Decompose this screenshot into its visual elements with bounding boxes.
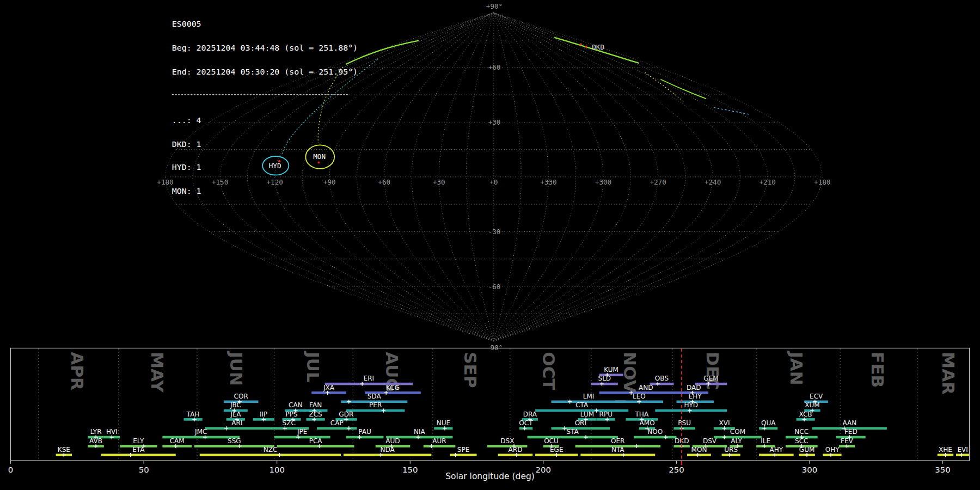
shower-label-hyd: HYD bbox=[684, 401, 698, 409]
shower-bar-noo bbox=[634, 436, 676, 439]
shower-label-xum: XUM bbox=[805, 401, 819, 409]
shower-label-ohy: OHY bbox=[825, 446, 840, 454]
shower-label-cta: CTA bbox=[575, 401, 589, 409]
shower-label-nue: NUE bbox=[437, 419, 450, 427]
meteor-station-plot: +180+150+120+90+60+30+0+330+300+270+240+… bbox=[0, 0, 980, 490]
shower-label-xvi: XVI bbox=[719, 419, 730, 427]
shower-bar-pca bbox=[277, 445, 354, 448]
shower-label-aud: AUD bbox=[385, 437, 400, 445]
dec-tick-label: -60 bbox=[488, 283, 501, 291]
shower-label-dsx: DSX bbox=[500, 437, 514, 445]
shower-label-nta: NTA bbox=[611, 446, 624, 454]
shower-label-ssg: SSG bbox=[228, 437, 241, 445]
shower-label-cor: COR bbox=[234, 393, 249, 400]
shower-label-lum: LUM bbox=[580, 411, 594, 418]
shower-label-qua: QUA bbox=[761, 419, 776, 427]
meteor-trail bbox=[660, 79, 706, 99]
shower-bars: KUMERISLDOBSGEMJXAKCGANDDADCORSDALMILEOE… bbox=[56, 366, 970, 457]
shower-label-urs: URS bbox=[724, 446, 738, 454]
count-unassociated: ...: 4 bbox=[172, 117, 358, 124]
shower-label-oct: OCT bbox=[519, 419, 533, 427]
radiant-label-dkd: DKD bbox=[592, 43, 604, 51]
shower-label-com: COM bbox=[730, 428, 745, 436]
ra-tick-label: +60 bbox=[378, 178, 390, 186]
shower-bar-aur bbox=[424, 445, 456, 448]
shower-label-tah: TAH bbox=[186, 411, 200, 418]
shower-label-gem: GEM bbox=[703, 375, 718, 382]
month-label: SEP bbox=[461, 352, 480, 388]
ra-tick-label: +210 bbox=[759, 178, 776, 186]
ra-tick-label: +270 bbox=[650, 178, 666, 186]
ra-tick-label: +240 bbox=[705, 178, 721, 186]
shower-label-oer: OER bbox=[611, 437, 625, 445]
month-label: JUL bbox=[303, 351, 323, 382]
shower-label-szc: SZC bbox=[283, 419, 296, 427]
shower-label-ege: EGE bbox=[550, 446, 564, 454]
shower-label-noo: NOO bbox=[647, 428, 663, 436]
shower-label-aur: AUR bbox=[432, 437, 446, 445]
shower-bar-nta bbox=[580, 454, 655, 456]
shower-label-sda: SDA bbox=[367, 393, 382, 400]
shower-label-kse: KSE bbox=[58, 446, 70, 454]
plot-canvas: +180+150+120+90+60+30+0+330+300+270+240+… bbox=[0, 0, 980, 490]
shower-label-ori: ORI bbox=[575, 419, 586, 427]
dec-tick-label: +90° bbox=[486, 2, 503, 10]
shower-label-tha: THA bbox=[635, 411, 649, 418]
activity-timeline: APRMAYJUNJULAUGSEPOCTNOVDECJANFEBMARKUME… bbox=[8, 348, 970, 474]
ra-tick-label: +300 bbox=[595, 178, 611, 186]
x-axis-title: Solar longitude (deg) bbox=[0, 471, 980, 481]
shower-label-lyr: LYR bbox=[90, 428, 102, 436]
shower-label-kum: KUM bbox=[604, 366, 618, 373]
shower-label-avb: AVB bbox=[89, 437, 102, 445]
shower-label-nia: NIA bbox=[414, 428, 426, 436]
shower-label-lmi: LMI bbox=[583, 393, 595, 400]
shower-label-nzc: NZC bbox=[264, 446, 278, 454]
shower-bar-sld bbox=[591, 383, 618, 385]
shower-bar-eta bbox=[101, 454, 176, 456]
shower-label-fed: FED bbox=[844, 428, 857, 436]
shower-label-cap: CAP bbox=[330, 419, 344, 427]
month-label: NOV bbox=[620, 352, 640, 393]
shower-label-sld: SLD bbox=[598, 375, 611, 382]
shower-label-jbc: JBC bbox=[230, 401, 241, 409]
shower-label-ely: ELY bbox=[133, 437, 144, 445]
shower-label-gum: GUM bbox=[799, 446, 815, 454]
month-label: FEB bbox=[868, 352, 887, 388]
legend-separator bbox=[172, 94, 348, 95]
shower-label-ncc: NCC bbox=[794, 428, 808, 436]
shower-label-dsv: DSV bbox=[703, 437, 717, 445]
observation-begin: Beg: 20251204 03:44:48 (sol = 251.88°) bbox=[172, 44, 358, 52]
shower-bar-psu bbox=[674, 427, 695, 430]
shower-bar-lmi bbox=[552, 400, 626, 403]
observation-end: End: 20251204 05:30:20 (sol = 251.95°) bbox=[172, 68, 358, 76]
shower-label-spe: SPE bbox=[457, 446, 470, 454]
shower-label-jpe: JPE bbox=[297, 428, 307, 436]
shower-label-sta: STA bbox=[566, 428, 579, 436]
shower-label-can: CAN bbox=[289, 401, 303, 409]
ra-tick-label: +180 bbox=[157, 178, 173, 186]
shower-label-ecv: ECV bbox=[810, 393, 823, 400]
count-dkd: DKD: 1 bbox=[172, 140, 358, 148]
shower-label-jea: JEA bbox=[230, 411, 241, 418]
dec-tick-label: +30 bbox=[488, 118, 501, 126]
shower-label-ahy: AHY bbox=[770, 446, 783, 454]
month-label: OCT bbox=[539, 352, 559, 390]
shower-label-evi: EVI bbox=[957, 446, 967, 454]
shower-label-jxa: JXA bbox=[323, 384, 335, 391]
shower-bar-ssg bbox=[194, 445, 274, 448]
meteor-trail bbox=[714, 107, 749, 114]
radiant-marker bbox=[585, 46, 587, 48]
month-label: JAN bbox=[787, 351, 806, 385]
shower-label-ile: ILE bbox=[761, 437, 770, 445]
shower-label-eri: ERI bbox=[364, 375, 375, 382]
shower-label-dad: DAD bbox=[687, 384, 701, 391]
shower-label-gdr: GDR bbox=[339, 411, 354, 418]
shower-label-ocu: OCU bbox=[544, 437, 559, 445]
shower-label-aan: AAN bbox=[842, 419, 856, 427]
shower-label-pca: PCA bbox=[309, 437, 323, 445]
ra-tick-label: +0 bbox=[489, 178, 498, 186]
shower-label-and: AND bbox=[639, 384, 653, 391]
shower-bar-nzc bbox=[200, 454, 341, 456]
shower-label-per: PER bbox=[369, 401, 382, 409]
month-label: MAR bbox=[939, 352, 958, 395]
